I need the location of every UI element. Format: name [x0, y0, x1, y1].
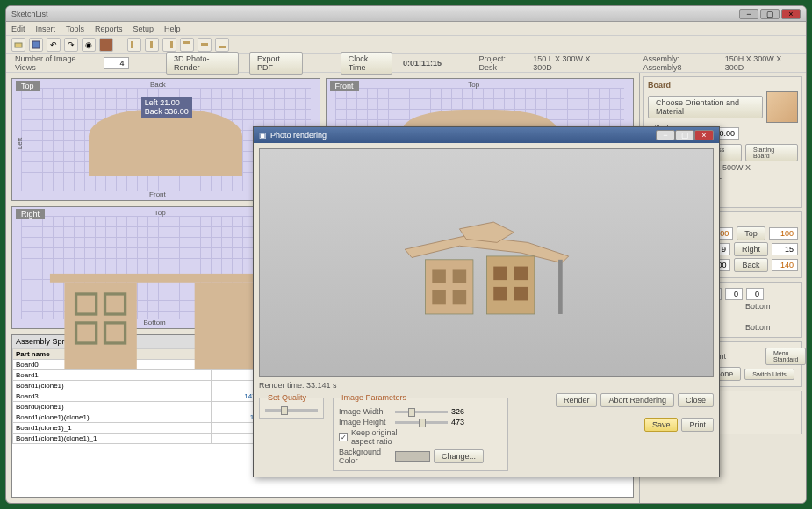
window-title: SketchList — [11, 10, 739, 18]
tool-align3-icon[interactable] — [162, 38, 176, 52]
image-views-label: Number of Image Views — [15, 54, 93, 72]
svg-rect-22 — [452, 290, 466, 305]
viewport-front-title: Front — [330, 81, 359, 91]
switch-units-button[interactable]: Switch Units — [744, 369, 794, 380]
pivot-bottom[interactable]: 0 — [746, 288, 764, 300]
svg-rect-7 — [219, 46, 226, 48]
menubar: Edit Insert Tools Reports Setup Help — [6, 22, 806, 36]
svg-rect-21 — [452, 269, 466, 283]
svg-rect-17 — [425, 260, 472, 314]
btn-export-pdf[interactable]: Export PDF — [249, 52, 303, 75]
top-button[interactable]: Top — [737, 226, 765, 240]
svg-rect-2 — [131, 41, 133, 48]
minimize-button[interactable]: − — [739, 9, 758, 19]
svg-rect-26 — [514, 287, 528, 301]
abort-render-button[interactable]: Abort Rendering — [600, 393, 674, 407]
viewport-right-title: Right — [16, 209, 45, 219]
svg-rect-4 — [170, 41, 173, 48]
elapsed-time: 0:01:11:15 — [403, 59, 442, 68]
assembly-dims: 150H X 300W X 300D — [725, 54, 797, 72]
right-button[interactable]: Right — [734, 242, 768, 256]
svg-rect-5 — [183, 41, 190, 44]
image-params-group: Image Parameters Image Width 326 Image H… — [333, 393, 508, 471]
img-width-slider[interactable] — [395, 411, 448, 413]
dialog-titlebar: ▣ Photo rendering − ▢ × — [254, 127, 719, 143]
menu-standard-button[interactable]: Menu Standard — [765, 348, 806, 365]
titlebar: SketchList − ▢ × — [6, 6, 806, 22]
aspect-ratio-checkbox[interactable] — [339, 433, 348, 441]
menu-setup[interactable]: Setup — [133, 25, 154, 33]
vp-top-front-label: Front — [149, 190, 166, 198]
assembly-label: Assembly: Assembly8 — [643, 54, 715, 72]
img-width-value: 326 — [451, 407, 464, 416]
starting-board-button[interactable]: Starting Board — [745, 144, 798, 161]
menu-edit[interactable]: Edit — [11, 25, 25, 33]
viewport-top-title: Top — [16, 81, 40, 91]
menu-insert[interactable]: Insert — [36, 25, 56, 33]
print-button[interactable]: Print — [681, 418, 714, 432]
vp-top-left-label: Left — [16, 138, 24, 149]
svg-rect-3 — [150, 41, 153, 48]
dialog-close-btn[interactable]: Close — [678, 393, 714, 407]
svg-rect-8 — [50, 274, 282, 283]
svg-rect-19 — [432, 269, 446, 283]
choose-orientation-button[interactable]: Choose Orientation and Material — [648, 96, 763, 118]
img-height-slider[interactable] — [395, 421, 448, 424]
pivot-front[interactable]: 0 — [725, 288, 743, 300]
board-panel-title: Board — [648, 81, 798, 90]
render-time-label: Render time: 33.141 s — [259, 377, 714, 393]
dialog-maximize-button[interactable]: ▢ — [675, 130, 694, 140]
tool-redo-icon[interactable]: ↷ — [64, 38, 78, 52]
svg-rect-25 — [514, 266, 528, 280]
menu-tools[interactable]: Tools — [66, 25, 84, 33]
change-color-button[interactable]: Change... — [434, 449, 484, 463]
dialog-title: Photo rendering — [270, 131, 656, 140]
tool-align1-icon[interactable] — [127, 38, 141, 52]
render-preview — [259, 148, 714, 377]
sub-toolbar: Number of Image Views 4 3D Photo-Render … — [6, 54, 806, 73]
tool-board-icon[interactable] — [99, 38, 113, 52]
tool-align5-icon[interactable] — [198, 38, 212, 52]
maximize-button[interactable]: ▢ — [760, 9, 780, 19]
back-button[interactable]: Back — [734, 258, 767, 272]
render-button[interactable]: Render — [556, 393, 598, 407]
svg-marker-16 — [459, 222, 514, 242]
btn-3d-render[interactable]: 3D Photo-Render — [166, 52, 239, 75]
svg-rect-24 — [493, 287, 507, 301]
svg-rect-0 — [15, 43, 22, 47]
svg-rect-23 — [493, 266, 507, 280]
dialog-minimize-button[interactable]: − — [656, 130, 675, 140]
tool-align2-icon[interactable] — [145, 38, 159, 52]
right-val-field[interactable]: 15 — [772, 243, 798, 255]
quality-slider[interactable] — [265, 409, 318, 412]
back-val-field[interactable]: 140 — [772, 259, 798, 271]
tool-align4-icon[interactable] — [180, 38, 194, 52]
bg-color-swatch — [395, 451, 430, 462]
image-views-select[interactable]: 4 — [104, 57, 129, 69]
top-val-field[interactable]: 100 — [769, 227, 798, 240]
toolbar: ↶ ↷ ◉ — [6, 36, 806, 54]
vp-front-top-label: Top — [468, 81, 479, 89]
close-button[interactable]: × — [781, 9, 801, 19]
menu-reports[interactable]: Reports — [95, 25, 123, 33]
menu-help[interactable]: Help — [164, 25, 181, 33]
dialog-button-group: Render Abort Rendering Close Save Print — [556, 393, 714, 432]
top-shape — [89, 110, 242, 176]
img-height-label: Image Height — [339, 418, 392, 427]
tool-cursor-icon[interactable]: ◉ — [82, 38, 96, 52]
tool-align6-icon[interactable] — [215, 38, 229, 52]
tool-open-icon[interactable] — [11, 38, 25, 52]
save-render-button[interactable]: Save — [644, 418, 679, 432]
svg-rect-6 — [201, 43, 208, 46]
desk-3d-render — [360, 195, 614, 331]
tool-undo-icon[interactable]: ↶ — [47, 38, 61, 52]
quality-group: Set Quality — [259, 393, 324, 419]
img-height-value: 473 — [451, 418, 464, 427]
btn-clock-time[interactable]: Clock Time — [341, 52, 392, 75]
viewport-tooltip: Left 21.00 Back 336.00 — [141, 97, 192, 118]
svg-rect-1 — [32, 41, 40, 48]
tool-save-icon[interactable] — [29, 38, 43, 52]
vp-top-back-label: Back — [150, 81, 166, 89]
dialog-close-button[interactable]: × — [694, 130, 714, 140]
material-swatch[interactable] — [766, 91, 798, 123]
